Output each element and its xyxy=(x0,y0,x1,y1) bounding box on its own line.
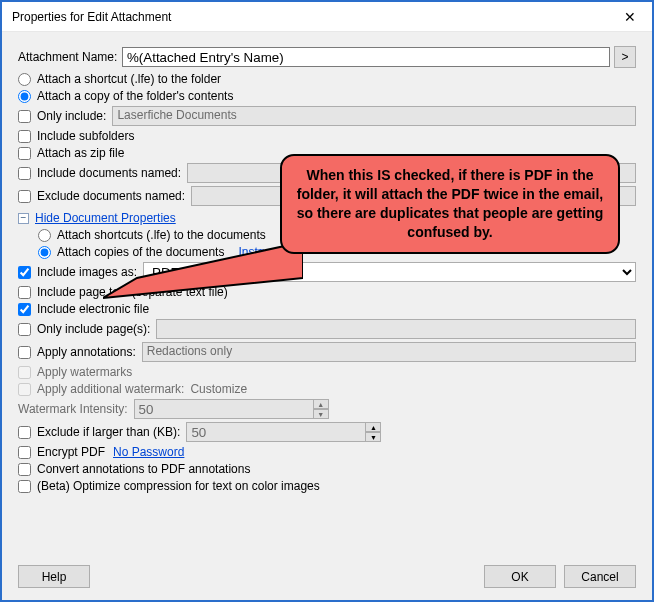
additional-watermark-row: Apply additional watermark: Customize xyxy=(18,382,636,396)
apply-watermarks-checkbox xyxy=(18,366,31,379)
annotation-callout: When this IS checked, if there is PDF in… xyxy=(280,154,620,254)
apply-annotations-checkbox[interactable] xyxy=(18,346,31,359)
only-include-pages-row: Only include page(s): xyxy=(18,319,636,339)
spinner-down-icon[interactable]: ▼ xyxy=(365,432,381,442)
spinner-down-icon: ▼ xyxy=(313,409,329,419)
include-electronic-file-label: Include electronic file xyxy=(37,302,149,316)
watermark-intensity-label: Watermark Intensity: xyxy=(18,402,128,416)
encrypt-pdf-label: Encrypt PDF xyxy=(37,445,105,459)
include-subfolders-checkbox[interactable] xyxy=(18,130,31,143)
attach-as-zip-label: Attach as zip file xyxy=(37,146,124,160)
only-include-type-row: Only include: Laserfiche Documents xyxy=(18,106,636,126)
include-docs-named-checkbox[interactable] xyxy=(18,167,31,180)
include-subfolders-row: Include subfolders xyxy=(18,129,636,143)
exclude-larger-label: Exclude if larger than (KB): xyxy=(37,425,180,439)
only-include-type-label: Only include: xyxy=(37,109,106,123)
titlebar: Properties for Edit Attachment ✕ xyxy=(2,2,652,32)
only-include-type-checkbox[interactable] xyxy=(18,110,31,123)
apply-watermarks-label: Apply watermarks xyxy=(37,365,132,379)
token-picker-button[interactable]: > xyxy=(614,46,636,68)
attach-shortcut-label: Attach a shortcut (.lfe) to the folder xyxy=(37,72,221,86)
exclude-docs-named-label: Exclude documents named: xyxy=(37,189,185,203)
exclude-docs-named-checkbox[interactable] xyxy=(18,190,31,203)
attach-copy-radio[interactable] xyxy=(18,90,31,103)
convert-annotations-row: Convert annotations to PDF annotations xyxy=(18,462,636,476)
spinner-up-icon[interactable]: ▲ xyxy=(365,422,381,432)
customize-link: Customize xyxy=(190,382,247,396)
exclude-larger-spinner: ▲ ▼ xyxy=(186,422,381,442)
apply-annotations-row: Apply annotations: Redactions only xyxy=(18,342,636,362)
watermark-intensity-input xyxy=(134,399,314,419)
exclude-larger-checkbox[interactable] xyxy=(18,426,31,439)
attach-copy-radio-row: Attach a copy of the folder's contents xyxy=(18,89,636,103)
apply-annotations-label: Apply annotations: xyxy=(37,345,136,359)
apply-watermarks-row: Apply watermarks xyxy=(18,365,636,379)
svg-marker-0 xyxy=(103,242,303,298)
close-button[interactable]: ✕ xyxy=(608,2,652,32)
only-include-pages-input[interactable] xyxy=(156,319,636,339)
hide-doc-props-link[interactable]: Hide Document Properties xyxy=(35,211,176,225)
callout-arrow-icon xyxy=(103,242,303,302)
attach-shortcut-radio[interactable] xyxy=(18,73,31,86)
attach-shortcut-radio-row: Attach a shortcut (.lfe) to the folder xyxy=(18,72,636,86)
include-page-text-checkbox[interactable] xyxy=(18,286,31,299)
encrypt-pdf-checkbox[interactable] xyxy=(18,446,31,459)
doc-shortcuts-label: Attach shortcuts (.lfe) to the documents xyxy=(57,228,266,242)
beta-optimize-label: (Beta) Optimize compression for text on … xyxy=(37,479,320,493)
include-electronic-file-checkbox[interactable] xyxy=(18,303,31,316)
beta-optimize-row: (Beta) Optimize compression for text on … xyxy=(18,479,636,493)
watermark-intensity-spinner: ▲ ▼ xyxy=(134,399,329,419)
spinner-up-icon: ▲ xyxy=(313,399,329,409)
convert-annotations-label: Convert annotations to PDF annotations xyxy=(37,462,250,476)
include-docs-named-label: Include documents named: xyxy=(37,166,181,180)
dialog-content: Attachment Name: > Attach a shortcut (.l… xyxy=(2,32,652,504)
no-password-link[interactable]: No Password xyxy=(113,445,184,459)
include-electronic-file-row: Include electronic file xyxy=(18,302,636,316)
encrypt-pdf-row: Encrypt PDF No Password xyxy=(18,445,636,459)
help-button[interactable]: Help xyxy=(18,565,90,588)
dialog-footer: Help OK Cancel xyxy=(2,557,652,600)
additional-watermark-checkbox xyxy=(18,383,31,396)
attachment-name-input[interactable] xyxy=(122,47,610,67)
additional-watermark-label: Apply additional watermark: xyxy=(37,382,184,396)
attachment-name-row: Attachment Name: > xyxy=(18,46,636,68)
only-include-pages-checkbox[interactable] xyxy=(18,323,31,336)
only-include-pages-label: Only include page(s): xyxy=(37,322,150,336)
exclude-larger-input[interactable] xyxy=(186,422,366,442)
exclude-larger-row: Exclude if larger than (KB): ▲ ▼ xyxy=(18,422,636,442)
include-subfolders-label: Include subfolders xyxy=(37,129,134,143)
doc-shortcuts-radio[interactable] xyxy=(38,229,51,242)
include-images-checkbox[interactable] xyxy=(18,266,31,279)
beta-optimize-checkbox[interactable] xyxy=(18,480,31,493)
ok-button[interactable]: OK xyxy=(484,565,556,588)
attach-as-zip-checkbox[interactable] xyxy=(18,147,31,160)
tree-collapse-icon[interactable]: − xyxy=(18,213,29,224)
watermark-intensity-row: Watermark Intensity: ▲ ▼ xyxy=(18,399,636,419)
attach-copy-label: Attach a copy of the folder's contents xyxy=(37,89,233,103)
apply-annotations-select[interactable]: Redactions only xyxy=(142,342,636,362)
dialog-window: Properties for Edit Attachment ✕ Attachm… xyxy=(0,0,654,602)
window-title: Properties for Edit Attachment xyxy=(12,10,171,24)
only-include-type-select[interactable]: Laserfiche Documents xyxy=(112,106,636,126)
convert-annotations-checkbox[interactable] xyxy=(18,463,31,476)
doc-copies-radio[interactable] xyxy=(38,246,51,259)
cancel-button[interactable]: Cancel xyxy=(564,565,636,588)
attachment-name-label: Attachment Name: xyxy=(18,50,122,64)
